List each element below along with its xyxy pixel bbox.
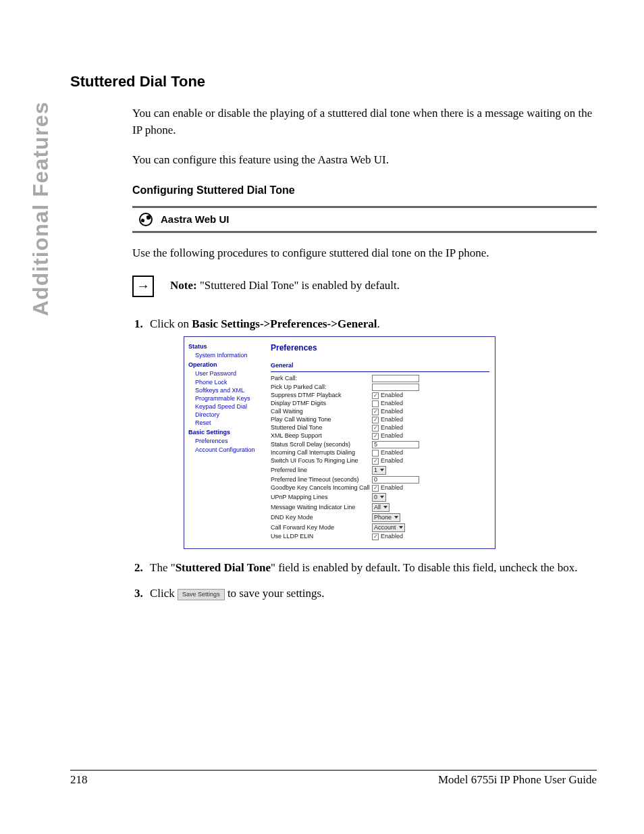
nav-item-preferences[interactable]: Preferences	[195, 437, 261, 445]
nav-item[interactable]: Account Configuration	[195, 446, 261, 454]
save-settings-button[interactable]: Save Settings	[178, 589, 225, 600]
checkbox[interactable]	[372, 409, 379, 415]
step-2: The "Stuttered Dial Tone" field is enabl…	[146, 560, 597, 577]
checkbox-label: Enabled	[381, 485, 403, 491]
nav-panel: Status System Information Operation User…	[184, 337, 265, 548]
select-dropdown[interactable]: 0	[372, 493, 386, 502]
nav-item[interactable]: Keypad Speed Dial	[195, 402, 261, 411]
checkbox[interactable]	[372, 533, 379, 540]
checkbox[interactable]	[372, 425, 379, 432]
pref-label: Message Waiting Indicator Line	[271, 504, 372, 511]
pref-row: Preferred line1	[271, 466, 489, 475]
pref-label: Call Forward Key Mode	[271, 525, 372, 531]
pref-row: Switch UI Focus To Ringing LineEnabled	[271, 458, 489, 465]
checkbox[interactable]	[372, 485, 379, 492]
paragraph: You can enable or disable the playing of…	[132, 105, 597, 138]
text-input[interactable]: 0	[372, 476, 419, 484]
checkbox[interactable]	[372, 400, 379, 407]
pref-label: Park Call:	[271, 375, 372, 382]
globe-icon	[139, 213, 153, 226]
checkbox[interactable]	[372, 392, 379, 399]
checkbox-label: Enabled	[381, 533, 403, 540]
preferences-title: Preferences	[271, 342, 489, 354]
text-input[interactable]	[372, 384, 419, 391]
pref-row: Status Scroll Delay (seconds)5	[271, 441, 489, 448]
pref-row: Use LLDP ELINEnabled	[271, 533, 489, 540]
page-footer: 218 Model 6755i IP Phone User Guide	[70, 770, 597, 787]
note-label: Note:	[170, 279, 197, 292]
text-input[interactable]: 5	[372, 441, 419, 448]
checkbox[interactable]	[372, 433, 379, 440]
pref-label: Play Call Waiting Tone	[271, 417, 372, 423]
pref-label: Display DTMF Digits	[271, 400, 372, 407]
nav-item[interactable]: User Password	[195, 369, 261, 377]
note-text: Note: "Stuttered Dial Tone" is enabled b…	[170, 278, 400, 294]
arrow-right-icon: →	[132, 276, 154, 297]
pref-row: Message Waiting Indicator LineAll	[271, 503, 489, 512]
checkbox-label: Enabled	[381, 409, 403, 415]
nav-group-operation[interactable]: Operation	[188, 361, 261, 369]
checkbox-label: Enabled	[381, 417, 403, 423]
pref-row: Call Forward Key ModeAccount	[271, 523, 489, 532]
select-dropdown[interactable]: 1	[372, 466, 386, 475]
nav-item[interactable]: Reset	[195, 419, 261, 427]
pref-row: Pick Up Parked Call:	[271, 384, 489, 391]
select-dropdown[interactable]: All	[372, 503, 390, 512]
checkbox-label: Enabled	[381, 433, 403, 439]
section-heading: Stuttered Dial Tone	[70, 73, 597, 90]
checkbox[interactable]	[372, 450, 379, 457]
checkbox-label: Enabled	[381, 458, 403, 464]
note-callout: → Note: "Stuttered Dial Tone" is enabled…	[132, 276, 597, 297]
pref-label: Call Waiting	[271, 409, 372, 415]
doc-title: Model 6755i IP Phone User Guide	[438, 773, 597, 787]
pref-row: Stuttered Dial ToneEnabled	[271, 425, 489, 432]
page-number: 218	[70, 773, 88, 787]
nav-item[interactable]: Programmable Keys	[195, 394, 261, 402]
pref-row: Goodbye Key Cancels Incoming CallEnabled	[271, 485, 489, 492]
checkbox[interactable]	[372, 458, 379, 465]
select-dropdown[interactable]: Account	[372, 523, 405, 532]
chevron-down-icon	[394, 516, 398, 519]
pref-label: Goodbye Key Cancels Incoming Call	[271, 485, 372, 491]
paragraph: You can configure this feature using the…	[132, 152, 597, 169]
nav-group-basic-settings[interactable]: Basic Settings	[188, 428, 261, 437]
nav-item[interactable]: Softkeys and XML	[195, 386, 261, 394]
preferences-panel: Preferences General Park Call:Pick Up Pa…	[265, 337, 495, 548]
nav-item[interactable]: Phone Lock	[195, 378, 261, 386]
sidebar-section-label: Additional Features	[28, 73, 55, 316]
step-3: Click Save Settings to save your setting…	[146, 585, 597, 602]
text-input[interactable]	[372, 375, 419, 382]
pref-label: Incoming Call Interrupts Dialing	[271, 450, 372, 456]
chevron-down-icon	[380, 496, 384, 498]
pref-label: UPnP Mapping Lines	[271, 494, 372, 500]
pref-row: Call WaitingEnabled	[271, 409, 489, 415]
pref-row: XML Beep SupportEnabled	[271, 433, 489, 440]
pref-label: Suppress DTMF Playback	[271, 392, 372, 398]
pref-row: Display DTMF DigitsEnabled	[271, 400, 489, 407]
pref-label: Status Scroll Delay (seconds)	[271, 442, 372, 448]
pref-row: UPnP Mapping Lines0	[271, 493, 489, 502]
checkbox-label: Enabled	[381, 425, 403, 431]
pref-row: Suppress DTMF PlaybackEnabled	[271, 392, 489, 399]
select-dropdown[interactable]: Phone	[372, 513, 400, 522]
pref-row: Park Call:	[271, 375, 489, 382]
checkbox[interactable]	[372, 417, 379, 423]
web-ui-banner: Aastra Web UI	[132, 206, 597, 233]
nav-item[interactable]: System Information	[195, 351, 261, 359]
pref-label: XML Beep Support	[271, 433, 372, 439]
nav-group-status[interactable]: Status	[188, 342, 261, 351]
pref-label: Use LLDP ELIN	[271, 533, 372, 540]
subsection-heading: Configuring Stuttered Dial Tone	[132, 182, 597, 198]
main-content: Stuttered Dial Tone You can enable or di…	[70, 73, 597, 612]
checkbox-label: Enabled	[381, 392, 403, 398]
pref-label: Preferred line Timeout (seconds)	[271, 477, 372, 483]
steps-list: Click on Basic Settings->Preferences->Ge…	[132, 316, 597, 602]
pref-row: Play Call Waiting ToneEnabled	[271, 417, 489, 423]
pref-label: Stuttered Dial Tone	[271, 425, 372, 431]
chevron-down-icon	[383, 506, 387, 509]
pref-label: Switch UI Focus To Ringing Line	[271, 458, 372, 464]
general-group-title: General	[271, 361, 489, 372]
nav-item[interactable]: Directory	[195, 411, 261, 419]
chevron-down-icon	[399, 526, 403, 529]
pref-label: Preferred line	[271, 467, 372, 473]
